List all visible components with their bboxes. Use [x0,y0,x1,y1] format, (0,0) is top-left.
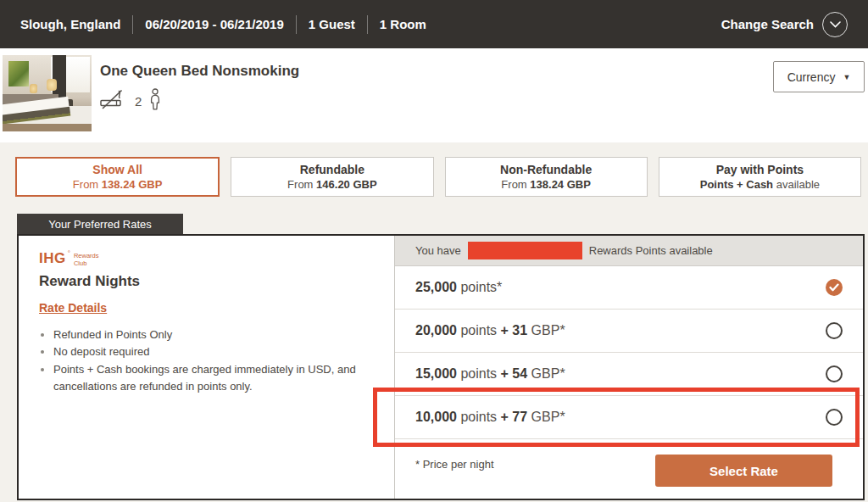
divider [367,15,368,34]
search-dates: 06/20/2019 - 06/21/2019 [145,17,283,31]
tab-label: Show All [92,163,142,176]
rate-option-20000-points[interactable]: 20,000 points + 31 GBP* [395,310,863,353]
currency-dropdown[interactable]: Currency ▼ [773,61,865,92]
filter-tab-pay-with-points[interactable]: Pay with Points Points + Cash available [659,157,861,197]
filter-tab-show-all[interactable]: Show All From 138.24 GBP [15,157,220,197]
search-guests: 1 Guest [309,17,355,31]
tab-subtext: From 138.24 GBP [73,178,163,191]
filter-tab-refundable[interactable]: Refundable From 146.20 GBP [231,157,433,197]
tab-subtext: Points + Cash available [700,178,820,191]
tab-subtext: From 138.24 GBP [501,178,591,191]
preferred-rates-panel: IHG ° Rewards Club Reward Nights Rate De… [17,234,865,500]
guest-icon [149,88,161,114]
radio-unselected-icon[interactable] [826,365,843,382]
rate-option-10000-points[interactable]: 10,000 points + 77 GBP* [395,396,863,439]
radio-selected-icon[interactable] [826,279,843,296]
divider [296,15,297,34]
rate-filter-tabs: Show All From 138.24 GBP Refundable From… [15,157,861,197]
rate-info-column: IHG ° Rewards Club Reward Nights Rate De… [19,236,395,499]
hotel-booking-page: Slough, England 06/20/2019 - 06/21/2019 … [0,0,868,502]
tab-label: Non-Refundable [500,163,592,176]
divider [132,15,133,34]
search-rooms: 1 Room [380,17,426,31]
select-rate-button[interactable]: Select Rate [655,455,832,487]
points-balance-header: You have Rewards Points available [395,236,863,266]
room-amenities: 2 [98,87,161,114]
rates-footer: * Price per night Select Rate [395,439,863,499]
rate-condition: Refunded in Points Only [53,326,374,343]
search-location: Slough, England [20,17,120,31]
ihg-rewards-club-logo: IHG ° Rewards Club [39,251,374,267]
rate-conditions-list: Refunded in Points Only No deposit requi… [39,326,374,395]
room-thumbnail-image [3,55,92,131]
rate-option-label: 25,000 points* [415,280,502,295]
filter-tab-non-refundable[interactable]: Non-Refundable From 138.24 GBP [445,157,648,197]
radio-unselected-icon[interactable] [826,322,843,339]
change-search-button[interactable]: Change Search [721,12,848,37]
price-per-night-note: * Price per night [415,458,494,471]
rate-option-label: 15,000 points + 54 GBP* [415,366,565,382]
tab-label: Pay with Points [716,163,804,176]
tab-label: Refundable [300,163,364,176]
rate-option-15000-points[interactable]: 15,000 points + 54 GBP* [395,353,863,396]
rate-option-label: 20,000 points + 31 GBP* [415,323,565,338]
search-summary: Slough, England 06/20/2019 - 06/21/2019 … [20,15,426,34]
rate-details-link[interactable]: Rate Details [39,301,107,315]
redacted-points-balance [468,242,582,259]
rate-option-25000-points[interactable]: 25,000 points* [395,266,863,310]
room-header: One Queen Bed Nonsmoking 2 Currency ▼ [0,48,868,142]
rate-option-label: 10,000 points + 77 GBP* [415,410,565,425]
radio-unselected-icon[interactable] [826,409,843,426]
rate-name: Reward Nights [39,273,374,290]
currency-label: Currency [787,70,836,84]
rate-condition: No deposit required [53,343,374,360]
points-options-column: You have Rewards Points available 25,000… [395,236,863,499]
chevron-down-icon[interactable] [822,12,848,37]
dropdown-caret-icon: ▼ [843,73,850,81]
rate-condition: Points + Cash bookings are charged immed… [53,361,374,395]
nonsmoking-icon [98,87,127,114]
tab-subtext: From 146.20 GBP [287,178,377,191]
preferred-rates-tab: Your Preferred Rates [17,214,183,234]
room-title: One Queen Bed Nonsmoking [100,63,299,80]
search-summary-bar: Slough, England 06/20/2019 - 06/21/2019 … [0,0,868,48]
occupancy-count: 2 [135,94,142,109]
change-search-label: Change Search [721,17,814,31]
